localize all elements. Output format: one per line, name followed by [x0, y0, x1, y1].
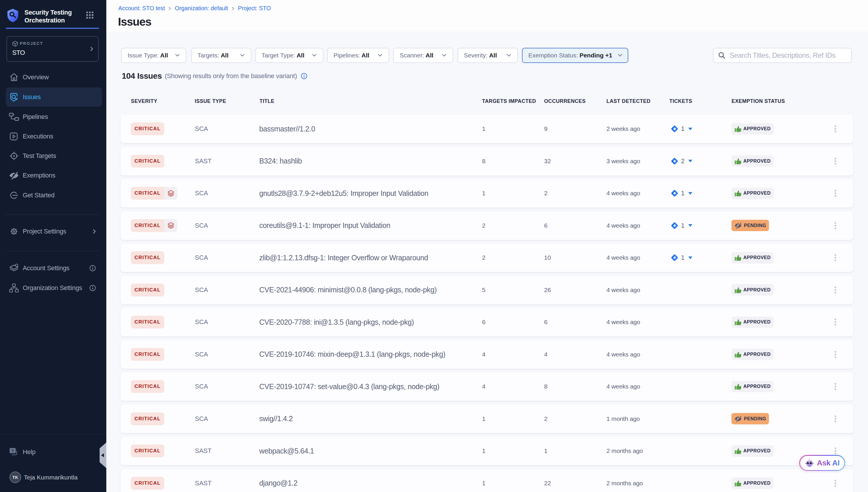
svg-text:?: ?: [11, 448, 14, 453]
